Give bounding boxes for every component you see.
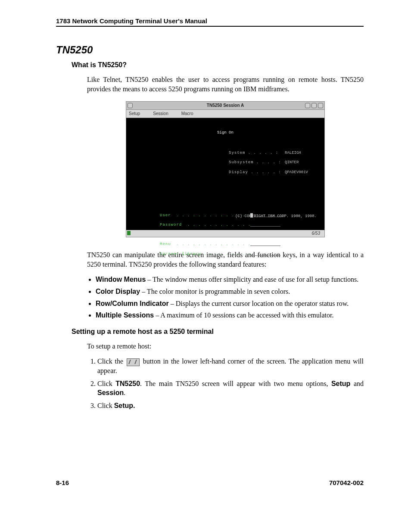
minimize-icon	[305, 103, 310, 108]
list-item: Click TN5250. The main TN5250 screen wil…	[97, 379, 364, 398]
window-title: TN5250 Session A	[126, 103, 324, 109]
status-indicator-icon	[127, 231, 131, 235]
menu-macro[interactable]: Macro	[181, 111, 193, 117]
page-footer: 8-16 707042-002	[56, 479, 364, 486]
menu-session[interactable]: Session	[153, 111, 168, 117]
app-launcher-icon	[127, 358, 140, 366]
window-menubar: Setup Session Macro	[126, 110, 324, 118]
terminal-display: Sign On System . . . . . :RALEIGH Subsys…	[126, 118, 324, 230]
close-icon	[318, 103, 323, 108]
tn5250-screenshot: TN5250 Session A Setup Session Macro Sig…	[126, 101, 325, 237]
maximize-icon	[311, 103, 317, 108]
list-item: Color Display – The color monitor is pro…	[96, 287, 364, 296]
subheading-what-is: What is TN5250?	[72, 61, 364, 69]
sys-value: QINTER	[285, 160, 299, 165]
page-number: 8-16	[56, 479, 69, 486]
field-label: Menu . . . . . . . . . . . . . .	[160, 242, 250, 247]
section-title: TN5250	[56, 44, 364, 56]
paragraph: To setup a remote host:	[87, 342, 364, 351]
window-titlebar: TN5250 Session A	[126, 102, 324, 110]
status-bar: 6/53	[126, 230, 324, 237]
signon-title: Sign On	[130, 131, 321, 135]
menu-setup[interactable]: Setup	[129, 111, 140, 117]
field-label: Current library . . . . . . . . .	[160, 252, 250, 257]
list-item: Multiple Sessions – A maximum of 10 sess…	[96, 311, 364, 320]
list-item: Click Setup.	[97, 401, 364, 411]
sys-label: Display . . . . . :	[229, 170, 285, 175]
field-label: Password . . . . . . . . . . . .	[160, 223, 250, 227]
steps-list: Click the button in the lower left-hand …	[87, 357, 364, 410]
sys-label: Subsystem . . . . :	[229, 160, 285, 165]
row-col-indicator: 6/53	[312, 230, 320, 236]
sys-value: RALEIGH	[285, 151, 301, 156]
paragraph: Like Telnet, TN5250 enables the user to …	[87, 75, 364, 93]
list-item: Click the button in the lower left-hand …	[97, 357, 364, 375]
sys-value: QPADEV001V	[285, 170, 308, 175]
feature-list: Window Menus – The window menus offer si…	[87, 275, 364, 320]
document-number: 707042-002	[329, 479, 364, 486]
subheading-setup: Setting up a remote host as a 5250 termi…	[72, 328, 364, 336]
list-item: Row/Column Indicator – Displays the curr…	[96, 299, 364, 308]
copyright-line: (C) COPYRIGHT IBM CORP. 1980, 1998.	[235, 214, 317, 219]
running-header: 1783 Network Computing Terminal User's M…	[56, 17, 364, 27]
sys-label: System . . . . . :	[229, 151, 285, 156]
